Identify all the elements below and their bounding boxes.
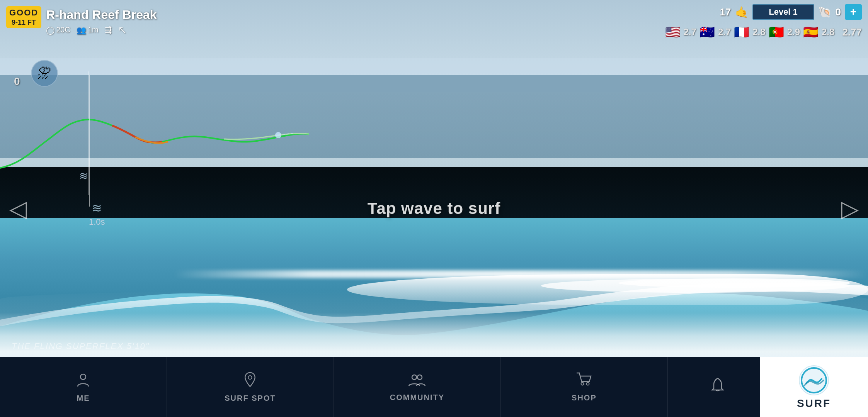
judge-flag-fr: 🇫🇷 [734,25,749,39]
nav-item-me[interactable]: ME [0,357,167,417]
judge-average: 2.77 [842,26,862,38]
add-shells-button[interactable]: + [845,4,862,20]
bell-icon [711,378,725,397]
judge-score-fr: 2.8 [752,27,765,37]
wind-time-label: 1.0s [89,217,105,227]
wind-indicator: ≋ 1.0s [89,201,105,227]
judge-score-au: 2.7 [718,27,731,37]
shell-icon: 🐚 [818,6,832,19]
surf-button-label: SURF [797,397,831,410]
svg-point-6 [80,374,86,380]
judge-flag-au: 🇦🇺 [700,25,715,39]
wave-crowd: 👥 1m [77,25,99,35]
cursor-icon: ↖ [118,24,127,36]
height-label: 9-11 FT [12,19,36,27]
cloud-lightning-icon: ⛈ [37,65,51,81]
nav-bar: ME SURF SPOT COMMUNITY [0,357,868,417]
judge-flag-es: 🇪🇸 [803,25,819,39]
wind-arrows-icon: ⇶ [105,25,112,35]
svg-point-8 [412,375,417,380]
svg-point-11 [587,382,589,385]
judge-flag-pt: 🇵🇹 [769,25,784,39]
svg-point-7 [248,376,252,379]
level-text: Level 1 [769,7,798,17]
shell-count: 0 [836,6,841,18]
location-pin-icon [243,372,257,391]
person-icon [75,372,91,391]
wave-stats: ◯ 20C 👥 1m ⇶ ↖ [46,24,157,36]
plus-label: + [850,6,856,18]
wave-temp: ◯ 20C [46,25,70,35]
nav-left-button[interactable]: ◁ [9,195,27,222]
judges-row: 🇺🇸 2.7 🇦🇺 2.7 🇫🇷 2.8 🇵🇹 2.9 🇪🇸 2.8 2.77 [665,25,862,39]
wave-wind: ⇶ [105,25,112,35]
nav-item-notifications[interactable] [668,357,768,417]
score-display: 0 [14,75,20,88]
nav-community-label: COMMUNITY [390,393,444,402]
judge-flag-us: 🇺🇸 [665,25,681,39]
quality-label: GOOD [9,8,38,18]
chart-vertical-line [89,75,90,207]
score-value: 0 [14,75,20,87]
nav-item-surf-spot[interactable]: SURF SPOT [167,357,334,417]
nav-item-community[interactable]: COMMUNITY [334,357,501,417]
level-row: 17 🤙 Level 1 🐚 0 + [720,4,862,20]
quality-badge: GOOD 9-11 FT [6,6,41,28]
nav-item-shop[interactable]: SHOP [501,357,668,417]
surf-button[interactable]: SURF [760,357,868,417]
nav-left-icon: ◁ [9,196,27,222]
nav-me-label: ME [77,394,90,403]
nav-shop-label: SHOP [572,393,597,402]
crowd-icon: 👥 [77,25,86,35]
cart-icon [576,372,592,390]
judge-score-es: 2.8 [822,27,834,37]
judge-score-pt: 2.9 [787,27,800,37]
wave-name: R-hand Reef Break [46,8,157,22]
wave-info-panel: GOOD 9-11 FT R-hand Reef Break ◯ 20C 👥 1… [6,6,157,36]
hand-wave-icon: 🤙 [735,6,749,19]
board-name: THE FLING SUPERFLEX 5'10" [12,341,150,351]
drop-icon: ◯ [46,25,54,35]
wave-count: 17 [720,6,731,18]
top-right-panel: 17 🤙 Level 1 🐚 0 + 🇺🇸 2.7 🇦🇺 2.7 🇫🇷 2.8 … [665,4,862,39]
wave-details: R-hand Reef Break ◯ 20C 👥 1m ⇶ ↖ [46,8,157,36]
wind-icon: ≋ [92,201,102,215]
game-screen: ≋ ≋ 1.0s GOOD 9-11 FT R-hand Reef Break … [0,0,868,417]
group-icon [408,373,426,390]
foam-overlay [0,290,868,367]
tap-instruction[interactable]: Tap wave to surf [368,199,500,218]
nav-surf-spot-label: SURF SPOT [225,394,276,403]
judge-score-us: 2.7 [684,27,696,37]
weather-button[interactable]: ⛈ [31,60,58,87]
svg-point-9 [417,375,422,380]
nav-right-icon: ▷ [841,196,859,222]
level-badge: Level 1 [752,4,814,20]
surf-logo-icon [798,365,829,396]
nav-right-button[interactable]: ▷ [841,195,859,222]
svg-point-10 [581,382,584,385]
